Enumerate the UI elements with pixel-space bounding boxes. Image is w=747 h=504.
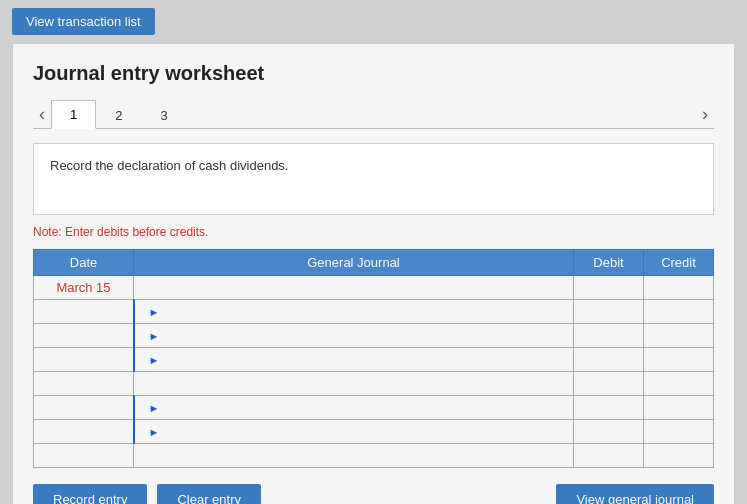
credit-input[interactable] [644,348,713,371]
indent-arrow: ► [149,354,160,366]
debit-input[interactable] [574,396,643,419]
debit-input[interactable] [574,372,643,395]
table-row [34,444,714,468]
journal-cell[interactable]: ► [134,324,574,348]
col-header-debit: Debit [574,250,644,276]
journal-input[interactable] [165,396,570,419]
journal-input[interactable] [165,348,570,371]
journal-cell[interactable]: ► [134,300,574,324]
tab-3[interactable]: 3 [141,101,186,129]
credit-cell[interactable] [644,396,714,420]
debit-cell[interactable] [574,396,644,420]
credit-cell[interactable] [644,372,714,396]
credit-cell[interactable] [644,276,714,300]
date-cell [34,372,134,396]
credit-cell[interactable] [644,300,714,324]
journal-input[interactable] [134,276,573,299]
journal-table: Date General Journal Debit Credit March … [33,249,714,468]
credit-input[interactable] [644,300,713,323]
debit-cell[interactable] [574,276,644,300]
date-cell [34,396,134,420]
credit-cell[interactable] [644,324,714,348]
table-row: ► [34,396,714,420]
table-row: ► [34,324,714,348]
credit-input[interactable] [644,372,713,395]
tab-prev-button[interactable]: ‹ [33,103,51,125]
debit-input[interactable] [574,420,643,443]
journal-input[interactable] [165,300,570,323]
credit-input[interactable] [644,324,713,347]
credit-input[interactable] [644,396,713,419]
debit-cell[interactable] [574,324,644,348]
journal-input[interactable] [134,372,573,395]
table-row: ► [34,348,714,372]
journal-input[interactable] [165,324,570,347]
debit-input[interactable] [574,276,643,299]
col-header-journal: General Journal [134,250,574,276]
journal-cell[interactable] [134,276,574,300]
table-row: March 15 [34,276,714,300]
bottom-bar: Record entry Clear entry View general jo… [33,484,714,504]
debit-input[interactable] [574,324,643,347]
debit-cell[interactable] [574,300,644,324]
date-cell [34,324,134,348]
col-header-credit: Credit [644,250,714,276]
date-cell [34,444,134,468]
date-cell [34,348,134,372]
credit-input[interactable] [644,444,713,467]
note-text: Note: Enter debits before credits. [33,225,714,239]
tabs-container: ‹ 1 2 3 › [33,99,714,129]
table-row [34,372,714,396]
clear-entry-button[interactable]: Clear entry [157,484,261,504]
view-general-journal-button[interactable]: View general journal [556,484,714,504]
record-entry-button[interactable]: Record entry [33,484,147,504]
indent-arrow: ► [149,426,160,438]
credit-cell[interactable] [644,444,714,468]
debit-cell[interactable] [574,444,644,468]
journal-cell[interactable]: ► [134,420,574,444]
indent-arrow: ► [149,306,160,318]
description-text: Record the declaration of cash dividends… [50,158,288,173]
credit-input[interactable] [644,420,713,443]
description-box: Record the declaration of cash dividends… [33,143,714,215]
debit-cell[interactable] [574,348,644,372]
debit-input[interactable] [574,300,643,323]
debit-input[interactable] [574,444,643,467]
journal-cell[interactable]: ► [134,396,574,420]
date-cell [34,300,134,324]
indent-arrow: ► [149,402,160,414]
table-row: ► [34,420,714,444]
date-cell [34,420,134,444]
main-panel: Journal entry worksheet ‹ 1 2 3 › Record… [12,43,735,504]
credit-input[interactable] [644,276,713,299]
journal-cell[interactable] [134,444,574,468]
journal-cell[interactable] [134,372,574,396]
view-transaction-button[interactable]: View transaction list [12,8,155,35]
top-bar: View transaction list [0,0,747,43]
debit-input[interactable] [574,348,643,371]
journal-input[interactable] [165,420,570,443]
debit-cell[interactable] [574,372,644,396]
col-header-date: Date [34,250,134,276]
tab-1[interactable]: 1 [51,100,96,129]
date-cell: March 15 [34,276,134,300]
panel-title: Journal entry worksheet [33,62,714,85]
tab-2[interactable]: 2 [96,101,141,129]
table-row: ► [34,300,714,324]
indent-arrow: ► [149,330,160,342]
tab-next-button[interactable]: › [696,103,714,125]
credit-cell[interactable] [644,420,714,444]
debit-cell[interactable] [574,420,644,444]
journal-cell[interactable]: ► [134,348,574,372]
journal-input[interactable] [134,444,573,467]
credit-cell[interactable] [644,348,714,372]
